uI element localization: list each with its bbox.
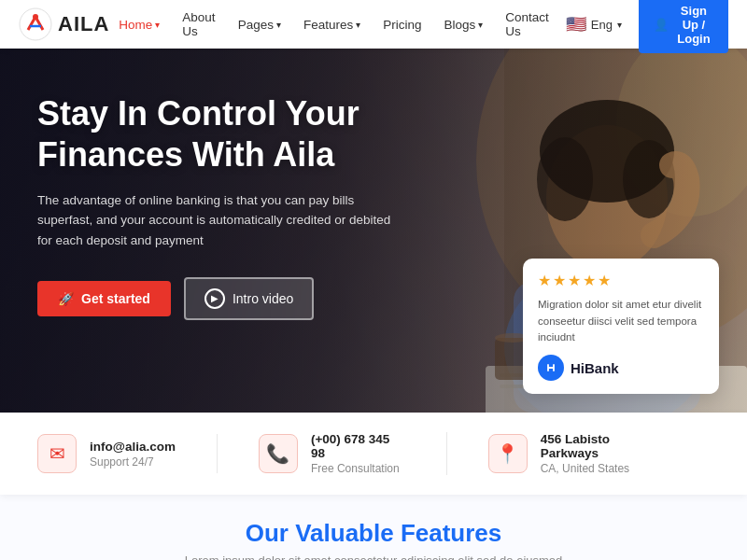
nav-label: Pages bbox=[238, 18, 274, 32]
info-item-email: ✉ info@alia.com Support 24/7 bbox=[37, 434, 218, 473]
get-started-button[interactable]: 🚀 Get started bbox=[37, 281, 171, 316]
nav-right: 🇺🇸 Eng ▾ 👤 Sign Up / Login bbox=[558, 0, 728, 53]
rocket-icon: 🚀 bbox=[58, 291, 74, 306]
nav-item-blogs[interactable]: Blogs▾ bbox=[434, 12, 492, 37]
info-text-phone: (+00) 678 345 98 Free Consultation bbox=[311, 432, 405, 475]
nav-links: Home▾About UsPages▾Features▾PricingBlogs… bbox=[109, 5, 557, 44]
nav-label: Features bbox=[303, 18, 353, 32]
signup-label: Sign Up / Login bbox=[674, 4, 713, 46]
nav-item-contact-us[interactable]: Contact Us bbox=[496, 5, 558, 44]
svg-point-1 bbox=[33, 14, 38, 20]
review-card: ★★★★★ Migration dolor sit amet etur dive… bbox=[523, 259, 719, 394]
nav-item-pages[interactable]: Pages▾ bbox=[229, 12, 290, 37]
intro-label: Intro video bbox=[233, 291, 293, 306]
info-sublabel-phone: Free Consultation bbox=[311, 462, 405, 475]
phone-icon: 📞 bbox=[259, 434, 298, 473]
hero-content: Stay In Control Your Finances With Aila … bbox=[0, 49, 467, 320]
review-text: Migration dolor sit amet etur divelit co… bbox=[538, 297, 704, 345]
nav-label: Pricing bbox=[383, 18, 421, 32]
get-started-label: Get started bbox=[81, 291, 150, 306]
language-button[interactable]: 🇺🇸 Eng ▾ bbox=[558, 10, 629, 38]
nav-label: Home bbox=[119, 18, 152, 32]
signup-button[interactable]: 👤 Sign Up / Login bbox=[639, 0, 728, 53]
nav-label: About Us bbox=[182, 10, 215, 38]
play-icon: ▶ bbox=[204, 288, 225, 309]
info-label-email: info@alia.com bbox=[90, 440, 176, 454]
navbar: AILA Home▾About UsPages▾Features▾Pricing… bbox=[0, 0, 747, 49]
info-item-phone: 📞 (+00) 678 345 98 Free Consultation bbox=[259, 432, 447, 475]
brand-icon bbox=[538, 355, 564, 381]
features-title: Our Valuable Features bbox=[246, 519, 502, 548]
chevron-down-icon: ▾ bbox=[478, 20, 483, 30]
chevron-down-icon: ▾ bbox=[356, 20, 360, 30]
info-label-phone: (+00) 678 345 98 bbox=[311, 432, 405, 460]
intro-video-button[interactable]: ▶ Intro video bbox=[184, 277, 314, 320]
info-text-email: info@alia.com Support 24/7 bbox=[90, 440, 176, 469]
info-item-location: 📍 456 Labisto Parkways CA, United States bbox=[488, 432, 710, 475]
review-brand: HiBank bbox=[538, 355, 704, 381]
nav-item-home[interactable]: Home▾ bbox=[109, 12, 169, 37]
features-section: Our Valuable Features Lorem ipsum dolor … bbox=[0, 495, 747, 560]
logo-icon bbox=[19, 7, 52, 41]
email-icon: ✉ bbox=[37, 434, 77, 473]
nav-item-about-us[interactable]: About Us bbox=[173, 5, 224, 44]
chevron-down-icon: ▾ bbox=[617, 20, 622, 30]
info-sublabel-location: CA, United States bbox=[541, 462, 669, 475]
brand-name-label: HiBank bbox=[571, 360, 619, 376]
info-bar: ✉ info@alia.com Support 24/7 📞 (+00) 678… bbox=[0, 413, 747, 495]
hero-buttons: 🚀 Get started ▶ Intro video bbox=[37, 277, 430, 320]
hero-title: Stay In Control Your Finances With Aila bbox=[37, 93, 430, 175]
features-subtitle: Lorem ipsum dolor sit amet consectetur a… bbox=[185, 553, 563, 560]
chevron-down-icon: ▾ bbox=[155, 20, 160, 30]
chevron-down-icon: ▾ bbox=[276, 20, 281, 30]
nav-label: Contact Us bbox=[505, 10, 549, 38]
location-icon: 📍 bbox=[488, 434, 528, 473]
user-icon: 👤 bbox=[654, 18, 669, 32]
brand-name: AILA bbox=[58, 12, 109, 36]
info-sublabel-email: Support 24/7 bbox=[90, 455, 176, 469]
flag-icon: 🇺🇸 bbox=[566, 14, 586, 35]
info-text-location: 456 Labisto Parkways CA, United States bbox=[541, 432, 669, 475]
star-rating: ★★★★★ bbox=[538, 272, 704, 289]
svg-point-0 bbox=[20, 8, 51, 40]
logo[interactable]: AILA bbox=[19, 7, 109, 41]
nav-item-pricing[interactable]: Pricing bbox=[374, 12, 430, 37]
nav-label: Blogs bbox=[444, 18, 475, 32]
lang-label: Eng bbox=[591, 18, 613, 32]
hero-description: The advantage of online banking is that … bbox=[37, 190, 392, 251]
nav-item-features[interactable]: Features▾ bbox=[294, 12, 370, 37]
info-label-location: 456 Labisto Parkways bbox=[541, 432, 669, 460]
hibank-icon bbox=[543, 360, 558, 375]
hero-section: Stay In Control Your Finances With Aila … bbox=[0, 49, 747, 413]
